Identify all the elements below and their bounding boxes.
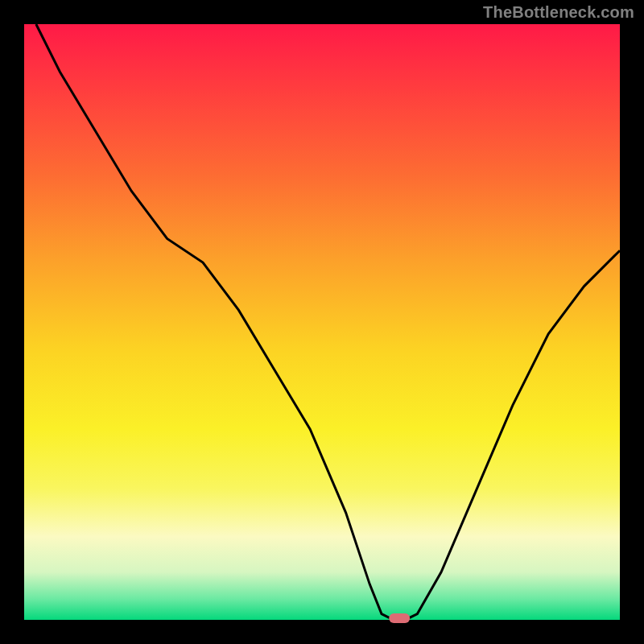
chart-container: TheBottleneck.com xyxy=(0,0,644,644)
plot-area xyxy=(24,24,620,620)
watermark-text: TheBottleneck.com xyxy=(483,3,634,22)
optimal-marker xyxy=(389,613,410,623)
bottleneck-chart xyxy=(0,0,644,644)
